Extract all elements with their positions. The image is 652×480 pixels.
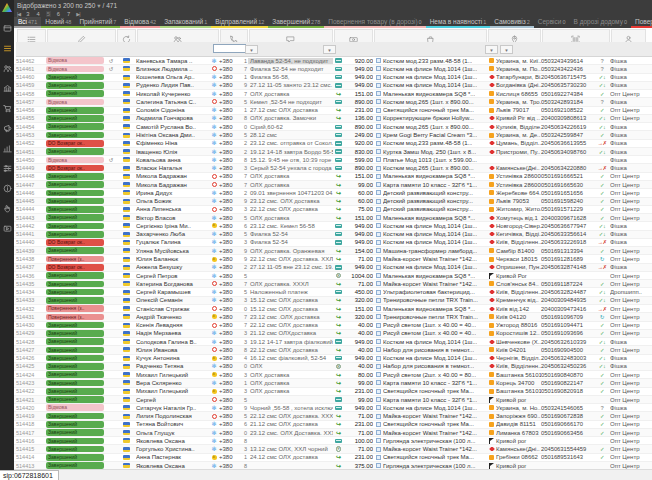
table-row[interactable]: 514446ЗавершенийИрина Дидух✻+380209.01 з… [14, 189, 652, 197]
tab-2[interactable]: Новий48 [41, 17, 75, 28]
table-row[interactable]: 514428ЗавершенийСолодкова Галина В..✻+38… [14, 338, 652, 346]
filter-dropdown[interactable]: ▼ [323, 45, 336, 54]
table-row[interactable]: 514452DO Возврат ок..Єфіменко Ніна✻+3802… [14, 140, 652, 148]
table-row[interactable]: 514448ЗавершенийМикола Бадражан+3807ОЛХ … [14, 173, 652, 181]
status-badge: Завершений [46, 214, 104, 221]
phone-number: +380 [219, 297, 239, 303]
sidebar-item-sliders[interactable] [0, 158, 14, 178]
status-cell: Завершений [46, 462, 106, 469]
filter-dropdown[interactable]: ▼ [245, 45, 258, 54]
page-size-dropdown[interactable]: ▾ [97, 2, 100, 9]
table-row[interactable]: 514416ЗавершенийЯковлева Оксана✻+3808100… [14, 437, 652, 445]
table-row[interactable]: 514435ЗавершенийКатерина Богданова+3807О… [14, 280, 652, 288]
tab-9[interactable]: Нема в наявності1 [426, 17, 491, 28]
table-row[interactable]: 514423ЗавершенийВера Скляренко✻+3801ОЛХ … [14, 379, 652, 387]
table-row[interactable]: 514426ЗавершенийКучук Антонинаlc+380416.… [14, 355, 652, 363]
tab-12[interactable]: В дорозі додому0 [570, 17, 631, 28]
table-row[interactable]: 514417ЗавершенийОльга Глущук✻+380023.12 … [14, 429, 652, 437]
sidebar-item-bank[interactable] [0, 78, 14, 98]
tab-5[interactable]: Запакований1 [160, 17, 211, 28]
tab-7[interactable]: Завершений278 [268, 17, 324, 28]
table-row[interactable]: 514427ЗавершенийЮлия Иванова+380822.12 с… [14, 346, 652, 354]
product-box-icon [376, 290, 381, 295]
table-row[interactable]: 514449DO Возврат ок..Власюк Наталья✻+380… [14, 164, 652, 172]
table-row[interactable]: 514455ЗавершенийЛюдмила Гончарова✻+3808О… [14, 115, 652, 123]
table-row[interactable]: 514430ЗавершенийКсенія Левадняя+380722.1… [14, 322, 652, 330]
table-row[interactable]: 514418ЗавершенийТетяна Войтович✻+380621.… [14, 421, 652, 429]
table-row[interactable]: 514458ЗавершенийНиколай Кучеренко✻+3807О… [14, 90, 652, 98]
table-row[interactable]: 514431Повернення (з..Андрій Ткаченкоlc+3… [14, 313, 652, 321]
tab-8[interactable]: Повернення товару (в дорозі)0 [324, 17, 425, 28]
cod-payment-icon: ↪ [336, 430, 341, 436]
table-row[interactable]: 514459ЗавершенийРуденко Лидия Пав..✻+380… [14, 82, 652, 90]
tab-3[interactable]: Прийнятий7 [75, 17, 120, 28]
table-row[interactable]: 514462Відмова↺Каневська Тамара ..✻+3801Л… [14, 57, 652, 65]
table-row[interactable]: 514447ЗавершенийМикола Бадражан+3807ОЛХ … [14, 181, 652, 189]
price: 949.00 [344, 223, 373, 229]
table-row[interactable]: 514440DO Возврат ок..Гуцалюк Галина✻+380… [14, 239, 652, 247]
product-name: Маленькая видеокамера SQ8 *... [383, 215, 475, 221]
address: Устинівка 28600 [496, 173, 541, 179]
tab-10[interactable]: Самовивіз2 [490, 17, 534, 28]
table-row[interactable]: 514420ВідмоваСитарчук Наталія Гр..✻+3809… [14, 404, 652, 412]
table-row[interactable]: 514443ЗавершенийВіктор Власов✻+3805ОЛХ д… [14, 214, 652, 222]
status-badge: Відмова [46, 404, 104, 411]
order-id: 514434 [16, 289, 46, 295]
address: Кременчук від.. [496, 297, 541, 303]
phone-filter-input[interactable] [213, 44, 246, 53]
table-row[interactable]: 514451ЗавершенийІващенко Юлія✻+380219.12… [14, 148, 652, 156]
table-row[interactable]: 514439ЗавершенийУляна Мусійовська✻+3809О… [14, 247, 652, 255]
table-row[interactable]: 514432Повернення (з..Станіслав Стрижак+3… [14, 305, 652, 313]
filter-dropdown[interactable]: ▼ [500, 45, 513, 54]
sidebar-item-board[interactable] [0, 18, 14, 38]
filter-dropdown[interactable]: ▼ [485, 45, 498, 54]
tab-6[interactable]: Відправлений12 [211, 17, 268, 28]
table-row[interactable]: 514454ЗавершенийСамотій Руслана Во..✻+38… [14, 123, 652, 131]
table-row[interactable]: 514456ЗавершенийСоломія Сідоніна✻+380127… [14, 107, 652, 115]
sidebar-item-orders[interactable] [0, 38, 14, 58]
phone-number: +380 [219, 91, 239, 97]
table-row[interactable]: 514444ЗавершенийАнна Липенська+380322.12… [14, 206, 652, 214]
table-row[interactable]: 514414ЗавершенийАнна Пастернакlc+380124.… [14, 454, 652, 462]
payment-cell [333, 75, 344, 80]
sidebar-item-megaphone[interactable] [0, 118, 14, 138]
calls-count: 4 [239, 355, 248, 361]
table-row[interactable]: 514453ЗавершенийНікітіна Оксана Дми..✻+3… [14, 131, 652, 139]
tracking-status-icon: ✓ [594, 206, 610, 212]
table-row[interactable]: 514457ВідмоваСалегина Татьяна С..+3805Ке… [14, 98, 652, 106]
app-logo[interactable] [2, 3, 12, 12]
table-row[interactable]: 514450Відмова↺Ковальова анна✻+380815.12.… [14, 156, 652, 164]
table-row[interactable]: 514438Повернення (з..Юлия Баланюкlc+3809… [14, 255, 652, 263]
table-row[interactable]: 514429ЗавершенийНадія Мерзаева✻+380321.1… [14, 330, 652, 338]
table-row[interactable]: 514421ЗавершенийСергей+380599.00Карта па… [14, 396, 652, 404]
table-row[interactable]: 514436ЗавершенийСергей Петров✻+3805₴1004… [14, 272, 652, 280]
flag-cell [116, 405, 136, 410]
tab-4[interactable]: Відмова42 [120, 17, 160, 28]
table-row[interactable]: 514419ЗавершенийЛилия Подолинская+380522… [14, 412, 652, 420]
table-row[interactable]: 514424ЗавершенийМихаил Гилецькийlc+3803О… [14, 371, 652, 379]
flag-cell [116, 372, 136, 377]
tab-11[interactable]: Сервіси0 [534, 17, 570, 28]
table-row[interactable]: 514461Відмова↺Близнюк Людмила ..+3807Фиа… [14, 65, 652, 73]
sidebar-item-chart[interactable] [0, 138, 14, 158]
table-row[interactable]: 514415ЗавершенийГоргулько Христина..✻+38… [14, 445, 652, 453]
table-row[interactable]: 514425ЗавершенийРадченко Тетяна✻+3800ОЛХ… [14, 363, 652, 371]
tab-1[interactable]: Всі471 [14, 17, 41, 28]
table-row[interactable]: 514422ЗавершенийМихаил Гилецькийlc+3803О… [14, 388, 652, 396]
tab-13[interactable]: Повернені [631, 17, 652, 28]
seller: Опт Центр [610, 438, 646, 444]
sidebar-item-cart[interactable] [0, 98, 14, 118]
table-row[interactable]: 514442ЗавершенийСергієнко Іріна Ми..lc+3… [14, 222, 652, 230]
table-row[interactable]: 514460ЗавершенийКошелева Ольга Ар..✻+380… [14, 74, 652, 82]
tracking-number: 0501689531643 [541, 454, 594, 460]
table-row[interactable]: 514441ЗавершенийЗахарченко Люба✻+3805Фиа… [14, 231, 652, 239]
table-row[interactable]: 514437DO Возврат ок..Анжела Безушку✻+380… [14, 264, 652, 272]
sidebar-item-video[interactable] [0, 218, 14, 238]
star-source-icon: ✻ [211, 140, 216, 146]
sidebar-item-users[interactable] [0, 58, 14, 78]
table-row[interactable]: 514433ЗавершенийОлексій Семанін✻+380315.… [14, 297, 652, 305]
table-row[interactable]: 514434ЗавершенийСергей Карамышев✻+3805На… [14, 288, 652, 296]
sidebar-item-info[interactable] [0, 178, 14, 198]
table-row[interactable]: 514445ЗавершенийОльга Божик✻+380923.12 с… [14, 198, 652, 206]
sidebar-item-hand[interactable] [0, 198, 14, 218]
